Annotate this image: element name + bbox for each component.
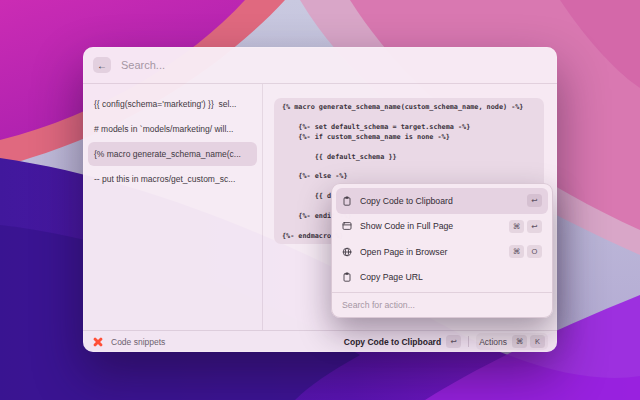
- key-k: K: [530, 335, 545, 348]
- menu-item-open-browser[interactable]: Open Page in Browser ⌘ O: [336, 239, 548, 265]
- clipboard-icon: [342, 196, 352, 206]
- menu-item-label: Copy Page URL: [360, 272, 542, 282]
- dbt-logo-icon: [92, 336, 104, 348]
- actions-button[interactable]: Actions ⌘ K: [476, 333, 548, 350]
- menu-item-label: Copy Code to Clipboard: [360, 196, 519, 206]
- menu-item-copy-url[interactable]: Copy Page URL: [336, 265, 548, 291]
- app-window-icon: [342, 221, 352, 231]
- menu-item-label: Show Code in Full Page: [360, 221, 501, 231]
- menu-item-show-full-page[interactable]: Show Code in Full Page ⌘ ↩: [336, 214, 548, 240]
- search-input[interactable]: Search...: [121, 59, 165, 71]
- list-item[interactable]: # models in `models/marketing/ will...: [88, 117, 257, 141]
- footer-bar: Code snippets Copy Code to Clipboard ↩ A…: [83, 330, 557, 352]
- back-button[interactable]: ←: [93, 57, 111, 73]
- desktop: ← Search... {{ config(schema='marketing'…: [0, 0, 640, 400]
- actions-button-label: Actions: [479, 337, 507, 347]
- extension-name: Code snippets: [111, 337, 165, 347]
- menu-item-copy-code[interactable]: Copy Code to Clipboard ↩: [336, 188, 548, 214]
- key-cmd: ⌘: [512, 335, 527, 348]
- key-cmd: ⌘: [509, 245, 524, 258]
- primary-action-button[interactable]: Copy Code to Clipboard ↩: [344, 335, 461, 348]
- footer-divider: [468, 336, 469, 347]
- primary-action-label: Copy Code to Clipboard: [344, 337, 441, 347]
- list-item[interactable]: {{ config(schema='marketing') }} sel...: [88, 92, 257, 116]
- list-item-selected[interactable]: {% macro generate_schema_name(c...: [88, 142, 257, 166]
- globe-icon: [342, 247, 352, 257]
- clipboard-icon: [342, 272, 352, 282]
- key-o: O: [527, 245, 542, 258]
- action-search-input[interactable]: Search for action...: [332, 293, 552, 317]
- key-return: ↩: [527, 220, 542, 233]
- actions-menu: Copy Code to Clipboard ↩ Show Code in Fu…: [331, 183, 553, 318]
- key-return: ↩: [446, 335, 461, 348]
- menu-item-label: Open Page in Browser: [360, 247, 501, 257]
- key-return: ↩: [527, 194, 542, 207]
- snippet-list: {{ config(schema='marketing') }} sel... …: [83, 84, 263, 330]
- key-cmd: ⌘: [509, 220, 524, 233]
- back-arrow-icon: ←: [97, 60, 107, 71]
- actions-menu-list: Copy Code to Clipboard ↩ Show Code in Fu…: [332, 184, 552, 290]
- list-item[interactable]: -- put this in macros/get_custom_sc...: [88, 167, 257, 191]
- search-bar: ← Search...: [83, 47, 557, 84]
- launcher-window: ← Search... {{ config(schema='marketing'…: [83, 47, 557, 352]
